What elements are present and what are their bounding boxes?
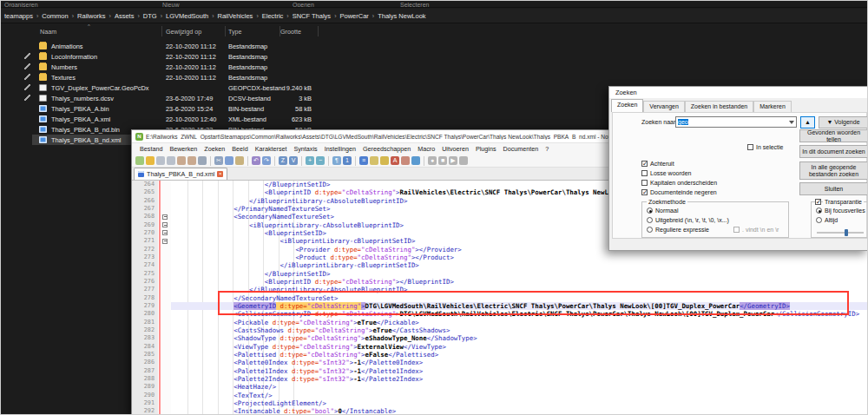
close-all-icon[interactable] [187, 156, 196, 165]
count-button[interactable]: Gevonden woorden tellen [799, 129, 868, 142]
transparency-checkbox[interactable] [815, 199, 821, 205]
code-line[interactable]: 287 <Palette1Index d:type="sInt32">-1</P… [132, 367, 868, 375]
menu-item-plugins[interactable]: Plugins [472, 145, 500, 153]
breadcrumb-item[interactable]: Common [38, 12, 71, 20]
pdf-icon[interactable]: A [391, 156, 399, 165]
menu-item-zoeken[interactable]: Zoeken [201, 145, 228, 153]
dialog-tab-vervangen[interactable]: Vervangen [643, 101, 684, 112]
breadcrumb[interactable]: teamapps›Common›Railworks›Assets›DTG›LGV… [1, 9, 868, 23]
breadcrumb-item[interactable]: RailVehicles [214, 12, 257, 20]
zoom-in-icon[interactable]: + [306, 156, 314, 165]
folder-monitor-icon[interactable] [401, 156, 410, 165]
find-in-document-button[interactable]: In dit document zoeken [799, 145, 868, 158]
menu-item-documenten[interactable]: Documenten [500, 145, 542, 153]
find-next-button[interactable]: ▼ Volgende [819, 116, 868, 128]
sort-ascending-icon[interactable]: ^ [88, 23, 90, 29]
copy-icon[interactable] [225, 156, 233, 165]
in-selection-checkbox[interactable] [747, 144, 753, 150]
code-line[interactable]: 289 <HeatHaze/> [132, 383, 868, 391]
column-separator[interactable] [279, 26, 280, 36]
menu-item-gereedschappen[interactable]: Gereedschappen [359, 145, 414, 153]
dialog-tab-zoeken[interactable]: Zoeken [611, 99, 643, 112]
breadcrumb-item[interactable]: LGVMedSouth [162, 12, 212, 20]
breadcrumb-item[interactable]: SNCF Thalys [289, 12, 334, 20]
menu-item-karakterset[interactable]: Karakterset [252, 145, 291, 153]
close-button[interactable]: Sluiten [799, 182, 868, 195]
code-line[interactable]: 276 <BlueprintID d:type="cDeltaString"><… [132, 278, 868, 286]
save-all-icon[interactable] [167, 156, 175, 165]
breadcrumb-item[interactable]: Railworks [74, 12, 109, 20]
table-row[interactable]: Textures22-10-2020 11:12Bestandsmap [32, 72, 868, 82]
checkbox-kapitalen-onderscheiden[interactable] [641, 180, 648, 186]
code-line[interactable]: 284 <ViewType d:type="cDeltaString">Exte… [132, 343, 868, 351]
breadcrumb-item[interactable]: Electric [259, 12, 287, 20]
radio-bij-focusverlies[interactable] [816, 208, 822, 214]
column-separator[interactable] [161, 26, 162, 36]
checkbox-achteruit[interactable] [641, 161, 648, 167]
breadcrumb-item[interactable]: Assets [111, 12, 138, 20]
code-line[interactable]: 291 <ProjectedLightElement/> [132, 399, 868, 407]
column-header-grootte[interactable]: Grootte [280, 28, 301, 36]
breadcrumb-item[interactable]: PowerCar [336, 12, 372, 20]
paste-icon[interactable] [235, 156, 244, 165]
new-file-icon[interactable] [135, 156, 144, 165]
code-line[interactable]: 290 <TexText/> [132, 392, 868, 399]
code-line[interactable]: 285 <Palettised d:type="cDeltaString">eF… [132, 351, 868, 359]
redo-icon[interactable]: ↷ [262, 156, 271, 165]
table-row[interactable]: LocoInformation22-10-2020 11:12Bestandsm… [32, 51, 868, 62]
macro-stop-icon[interactable]: ■ [438, 156, 447, 165]
find-all-open-docs-button[interactable]: In alle geopende bestanden zoeken [799, 161, 868, 180]
dialog-tab-markeren[interactable]: Markeren [753, 101, 792, 112]
cut-icon[interactable]: ✂ [214, 156, 223, 165]
checkbox-losse-woorden[interactable] [641, 170, 648, 176]
open-folder-icon[interactable] [146, 156, 155, 165]
menu-item-uitvoeren[interactable]: Uitvoeren [438, 145, 472, 153]
transparency-slider[interactable] [817, 232, 864, 234]
search-input[interactable]: geo [675, 116, 797, 128]
word-wrap-icon[interactable]: ¶ [332, 156, 341, 165]
macro-record-icon[interactable]: ● [428, 156, 437, 165]
radio-uitgebreid-n-r-t-0-x-[interactable] [647, 217, 653, 223]
fold-collapse-icon[interactable] [162, 230, 168, 235]
fold-collapse-icon[interactable] [162, 214, 168, 220]
indent-guide-icon[interactable]: ≡ [359, 156, 368, 165]
breadcrumb-item[interactable]: Thalys NewLook [374, 12, 429, 20]
macro-save-icon[interactable] [459, 156, 468, 165]
table-row[interactable]: Numbers22-10-2020 11:12Bestandsmap [32, 62, 868, 72]
chevron-down-icon[interactable] [789, 121, 794, 124]
view-eye-icon[interactable] [411, 156, 420, 165]
show-symbols-icon[interactable]: 1 [343, 156, 352, 165]
transparency-slider-thumb[interactable] [845, 229, 848, 236]
code-line[interactable]: 273 <Product d:type="cDeltaString"></Pro… [132, 254, 868, 261]
breadcrumb-item[interactable]: teamapps [1, 12, 36, 20]
menu-item-beeld[interactable]: Beeld [228, 145, 251, 153]
zoom-out-icon[interactable]: − [316, 156, 325, 165]
dialog-title[interactable]: Zoeken [609, 87, 868, 98]
close-icon[interactable] [177, 156, 186, 165]
checkbox-documenteinde-negeren[interactable] [641, 189, 648, 195]
column-header-type[interactable]: Type [228, 28, 242, 36]
replace-icon[interactable]: V [289, 156, 298, 165]
code-line[interactable]: 292 <Instancable d:type="bool">0</Instan… [132, 407, 868, 415]
menu-item-bewerken[interactable]: Bewerken [166, 145, 201, 153]
menu-item-macro[interactable]: Macro [414, 145, 438, 153]
function-list-icon[interactable] [380, 156, 389, 165]
fold-collapse-icon[interactable] [162, 222, 168, 227]
document-tab[interactable]: Thalys_PBKA_B_nd.xml × [134, 168, 227, 180]
code-line[interactable]: 288 <Palette2Index d:type="sInt32">-1</P… [132, 375, 868, 383]
save-icon[interactable] [156, 156, 165, 165]
find-icon[interactable]: Z [279, 156, 287, 165]
code-line[interactable]: 282 <CastsShadows d:type="cDeltaString">… [132, 326, 868, 334]
radio-reguliere-expressie[interactable] [647, 227, 653, 233]
menu-item-instellingen[interactable]: Instellingen [321, 145, 359, 153]
file-list-header[interactable]: NaamGewijzigd opTypeGrootte^ [1, 24, 868, 38]
column-separator[interactable] [318, 26, 319, 36]
code-line[interactable]: 274 </iBlueprintLibrary-cBlueprintSetID> [132, 261, 868, 269]
regex-dot-matches-newline-checkbox[interactable] [733, 227, 740, 233]
breadcrumb-item[interactable]: DTG [140, 12, 161, 20]
code-line[interactable]: 275 </BlueprintSetID> [132, 270, 868, 278]
menu-item-syntaxis[interactable]: Syntaxis [290, 145, 320, 153]
menu-item-?[interactable]: ? [542, 145, 552, 153]
column-separator[interactable] [225, 26, 226, 36]
dialog-tab-zoeken-in-bestanden[interactable]: Zoeken in bestanden [685, 101, 753, 112]
